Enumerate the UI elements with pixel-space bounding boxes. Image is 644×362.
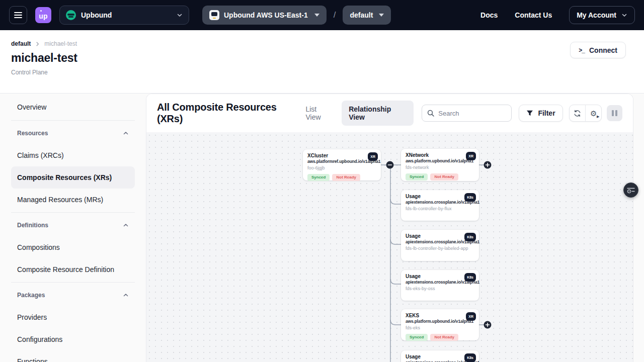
sidebar-item-managed-resources[interactable]: Managed Resources (MRs) bbox=[11, 189, 135, 211]
sidebar-item-overview[interactable]: Overview bbox=[11, 96, 135, 119]
graph-node-xcluster[interactable]: XR XCluster aws.platformref.upbound.io/v… bbox=[303, 149, 381, 180]
node-resource-name: fds-lb-controller-by-labeled-app bbox=[406, 246, 474, 251]
filter-label: Filter bbox=[538, 109, 555, 117]
graph-legend-button[interactable] bbox=[623, 183, 638, 198]
pause-button[interactable] bbox=[607, 105, 622, 121]
graph-node-usage-flux[interactable]: K8s Usage apiextensions.crossplane.io/v1… bbox=[401, 190, 479, 221]
chevron-down-icon bbox=[314, 14, 319, 17]
section-title: Packages bbox=[17, 292, 45, 299]
sidebar-section-packages[interactable]: Packages bbox=[11, 284, 135, 306]
divider bbox=[11, 120, 135, 121]
run-settings-button[interactable]: ⚙ ▶ bbox=[585, 105, 601, 121]
refresh-icon bbox=[574, 110, 581, 117]
chevron-down-icon bbox=[177, 12, 183, 18]
graph-actions-group: ⚙ ▶ bbox=[569, 105, 602, 122]
path-separator: / bbox=[334, 10, 336, 20]
breadcrumb-parent[interactable]: default bbox=[11, 40, 31, 47]
graph-node-xeks[interactable]: XR XEKS aws.platform.upbound.io/v1alpha1… bbox=[401, 309, 479, 340]
synced-badge: Synced bbox=[307, 174, 330, 181]
contact-us-link[interactable]: Contact Us bbox=[515, 11, 552, 19]
node-resource-name: fds-network bbox=[406, 165, 474, 170]
node-api-version: apiextensions.crossplane.io/v1alpha1 bbox=[406, 360, 474, 362]
chevron-up-icon bbox=[123, 222, 129, 228]
status-row: Synced Not Ready bbox=[401, 330, 479, 345]
sidebar-item-composite-resource-definition[interactable]: Composite Resource Definition bbox=[11, 258, 135, 281]
filter-button[interactable]: Filter bbox=[519, 105, 562, 122]
graph-node-usage-labeled-app[interactable]: K8s Usage apiextensions.crossplane.io/v1… bbox=[401, 230, 479, 261]
graph-node-usage-bottom[interactable]: K8s Usage apiextensions.crossplane.io/v1… bbox=[401, 350, 479, 362]
node-api-version: apiextensions.crossplane.io/v1alpha1 bbox=[406, 239, 474, 244]
expand-node-button[interactable] bbox=[484, 161, 492, 169]
node-api-version: apiextensions.crossplane.io/v1alpha1 bbox=[406, 280, 474, 285]
menu-button[interactable] bbox=[9, 6, 27, 24]
not-ready-badge: Not Ready bbox=[430, 173, 458, 180]
gear-play-icon: ⚙ ▶ bbox=[590, 110, 597, 117]
refresh-button[interactable] bbox=[570, 105, 586, 121]
hamburger-icon bbox=[14, 12, 22, 19]
org-globe-icon bbox=[66, 10, 76, 20]
section-title: Definitions bbox=[17, 222, 48, 229]
sidebar-item-composite-resources[interactable]: Composite Resources (XRs) bbox=[11, 166, 135, 189]
kind-badge: K8s bbox=[464, 353, 476, 362]
divider bbox=[11, 282, 135, 283]
group-name: default bbox=[350, 11, 373, 19]
search-box bbox=[422, 105, 512, 122]
page-subtitle: Control Plane bbox=[11, 69, 626, 76]
chevron-up-icon bbox=[123, 292, 129, 298]
node-resource-name: foo-6jgjb bbox=[307, 165, 376, 170]
kind-badge: XR bbox=[368, 152, 378, 161]
synced-badge: Synced bbox=[406, 334, 428, 341]
sidebar-item-functions[interactable]: Functions bbox=[11, 350, 135, 362]
graph-node-xnetwork[interactable]: XR XNetwork aws.platform.upbound.io/v1al… bbox=[401, 149, 479, 181]
docs-link[interactable]: Docs bbox=[480, 11, 498, 19]
node-api-version: apiextensions.crossplane.io/v1alpha1 bbox=[406, 200, 474, 205]
status-row: Synced Not Ready bbox=[401, 170, 479, 185]
breadcrumb: default michael-test bbox=[11, 40, 626, 47]
sidebar-item-configurations[interactable]: Configurations bbox=[11, 328, 135, 350]
pause-icon bbox=[615, 110, 617, 116]
upbound-logo[interactable]: up bbox=[35, 7, 51, 23]
section-title: Resources bbox=[17, 130, 48, 137]
main-panel: All Composite Resources (XRs) List View … bbox=[146, 94, 633, 362]
tab-list-view[interactable]: List View bbox=[299, 101, 339, 125]
collapse-node-button[interactable] bbox=[386, 161, 394, 169]
chevron-right-icon bbox=[35, 41, 40, 47]
play-glyph: ▶ bbox=[597, 115, 599, 118]
expand-node-button[interactable] bbox=[484, 321, 492, 329]
node-api-version: aws.platformref.upbound.io/v1alpha1 bbox=[307, 159, 376, 164]
status-row: Synced Not Ready bbox=[303, 170, 381, 185]
sidebar-section-definitions[interactable]: Definitions bbox=[11, 214, 135, 236]
sidebar-section-resources[interactable]: Resources bbox=[11, 122, 135, 144]
search-input[interactable] bbox=[438, 110, 506, 117]
chevron-up-icon bbox=[123, 130, 129, 136]
logo-text: up bbox=[39, 12, 48, 20]
control-plane-selector[interactable]: Upbound AWS US-East-1 bbox=[202, 6, 327, 25]
chevron-down-icon bbox=[621, 12, 627, 18]
relationship-graph-canvas[interactable]: XR XCluster aws.platformref.upbound.io/v… bbox=[146, 132, 633, 362]
terminal-icon: >_ bbox=[579, 47, 585, 54]
node-resource-name: fds-eks-by-oss bbox=[406, 286, 474, 291]
kind-badge: K8s bbox=[464, 233, 476, 241]
connect-label: Connect bbox=[589, 46, 617, 54]
organization-name: Upbound bbox=[81, 11, 112, 19]
node-api-version: aws.platform.upbound.io/v1alpha1 bbox=[406, 319, 474, 324]
top-navbar: up Upbound Upbound AWS US-East-1 / defau… bbox=[0, 0, 644, 30]
chevron-down-icon bbox=[379, 14, 384, 17]
graph-node-usage-oss[interactable]: K8s Usage apiextensions.crossplane.io/v1… bbox=[401, 270, 479, 301]
group-selector[interactable]: default bbox=[343, 6, 391, 25]
organization-selector[interactable]: Upbound bbox=[59, 6, 189, 25]
breadcrumb-current: michael-test bbox=[44, 40, 77, 47]
node-title: XCluster bbox=[307, 153, 376, 158]
sidebar-item-compositions[interactable]: Compositions bbox=[11, 236, 135, 258]
tab-relationship-view[interactable]: Relationship View bbox=[342, 101, 414, 126]
sidebar-item-claims[interactable]: Claims (XRCs) bbox=[11, 144, 135, 166]
kind-badge: XR bbox=[466, 312, 476, 321]
funnel-icon bbox=[526, 110, 533, 116]
my-account-menu[interactable]: My Account bbox=[569, 6, 635, 24]
node-resource-name: fds-eks bbox=[406, 325, 474, 330]
page-header: default michael-test michael-test Contro… bbox=[0, 30, 644, 94]
connect-button[interactable]: >_ Connect bbox=[570, 42, 626, 58]
search-icon bbox=[427, 110, 434, 117]
navbar-right: Docs Contact Us My Account bbox=[480, 6, 635, 24]
sidebar-item-providers[interactable]: Providers bbox=[11, 306, 135, 328]
